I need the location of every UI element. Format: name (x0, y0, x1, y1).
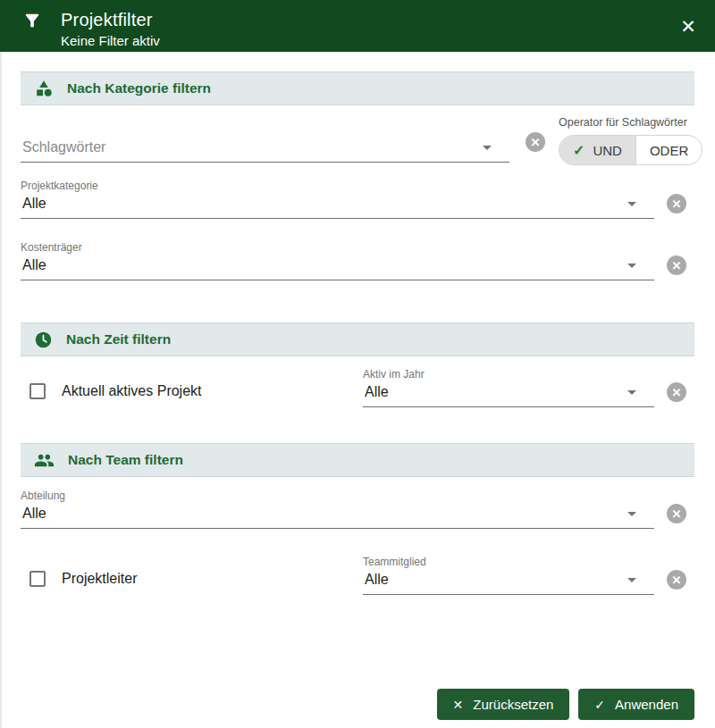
projektleiter-label: Projektleiter (62, 571, 137, 587)
apply-button-label: Anwenden (615, 697, 678, 712)
section-title: Nach Kategorie filtern (67, 80, 211, 96)
apply-check-icon: ✓ (594, 699, 605, 711)
aktuell-aktives-projekt-label: Aktuell aktives Projekt (62, 383, 202, 399)
reset-button[interactable]: ✕ Zurücksetzen (437, 689, 570, 720)
schlagwoerter-placeholder: Schlagwörter (22, 138, 105, 156)
section-kategorie: Nach Kategorie filtern (21, 71, 694, 105)
abteilung-label: Abteilung (21, 490, 654, 502)
clear-schlagwoerter-button[interactable]: ✕ (526, 132, 545, 152)
clear-aktiv-im-jahr-button[interactable]: ✕ (667, 382, 686, 402)
projektkategorie-field: Projektkategorie Alle (21, 180, 654, 219)
dialog-footer: ✕ Zurücksetzen ✓ Anwenden (0, 689, 715, 720)
operator-toggle: ✓ UND ODER (559, 135, 702, 165)
dialog-title: Projektfilter (61, 8, 160, 31)
schlagwoerter-select[interactable]: Schlagwörter (21, 136, 509, 163)
dropdown-arrow-icon (627, 390, 636, 395)
aktuell-aktives-projekt-checkbox[interactable] (29, 383, 46, 399)
filter-icon (22, 11, 42, 30)
section-team: Nach Team filtern (21, 443, 694, 477)
dropdown-arrow-icon (627, 578, 636, 582)
aktiv-im-jahr-label: Aktiv im Jahr (363, 368, 654, 381)
teammitglied-value: Alle (365, 571, 389, 589)
operator-label: Operator für Schlagwörter (559, 116, 694, 129)
dropdown-arrow-icon (627, 202, 636, 206)
apply-button[interactable]: ✓ Anwenden (578, 689, 694, 720)
dropdown-arrow-icon (483, 146, 492, 150)
dialog-subtitle: Keine Filter aktiv (61, 32, 160, 50)
projektkategorie-label: Projektkategorie (21, 180, 654, 192)
kostentraeger-value: Alle (22, 256, 46, 274)
kostentraeger-field: Kostenträger Alle (21, 241, 654, 280)
dropdown-arrow-icon (627, 264, 636, 268)
aktiv-im-jahr-field: Aktiv im Jahr Alle (363, 368, 654, 407)
dropdown-arrow-icon (627, 512, 636, 516)
kostentraeger-select[interactable]: Alle (21, 254, 654, 280)
dialog-header: Projektfilter Keine Filter aktiv ✕ (0, 0, 715, 52)
clear-abteilung-button[interactable]: ✕ (667, 504, 686, 523)
operator-group: Operator für Schlagwörter ✓ UND ODER (559, 116, 694, 165)
schlagwoerter-field: Schlagwörter (21, 136, 509, 163)
projektkategorie-value: Alle (22, 195, 46, 213)
section-title: Nach Zeit filtern (66, 331, 171, 347)
teammitglied-label: Teammitglied (363, 556, 654, 568)
section-title: Nach Team filtern (68, 452, 183, 468)
people-icon (34, 450, 55, 471)
clear-projektkategorie-button[interactable]: ✕ (667, 194, 686, 213)
operator-option-oder-label: ODER (650, 143, 688, 158)
category-icon (34, 79, 54, 98)
projektleiter-checkbox[interactable] (29, 571, 46, 587)
abteilung-value: Alle (22, 505, 46, 523)
reset-x-icon: ✕ (453, 699, 464, 711)
clock-icon (34, 331, 53, 349)
reset-button-label: Zurücksetzen (473, 697, 553, 712)
aktiv-im-jahr-value: Alle (365, 383, 389, 401)
abteilung-field: Abteilung Alle (21, 490, 654, 529)
close-icon[interactable]: ✕ (676, 13, 701, 38)
clear-teammitglied-button[interactable]: ✕ (667, 570, 686, 590)
operator-option-oder[interactable]: ODER (635, 136, 702, 164)
section-zeit: Nach Zeit filtern (21, 322, 694, 356)
operator-option-und-label: UND (593, 143, 622, 158)
abteilung-select[interactable]: Alle (21, 502, 654, 529)
projektkategorie-select[interactable]: Alle (21, 192, 654, 219)
check-icon: ✓ (573, 142, 585, 159)
operator-option-und[interactable]: ✓ UND (559, 136, 635, 164)
teammitglied-field: Teammitglied Alle (363, 556, 654, 595)
clear-kostentraeger-button[interactable]: ✕ (667, 255, 686, 275)
teammitglied-select[interactable]: Alle (363, 568, 654, 595)
dialog-left-edge (0, 52, 2, 728)
aktiv-im-jahr-select[interactable]: Alle (363, 381, 654, 407)
kostentraeger-label: Kostenträger (21, 241, 654, 254)
